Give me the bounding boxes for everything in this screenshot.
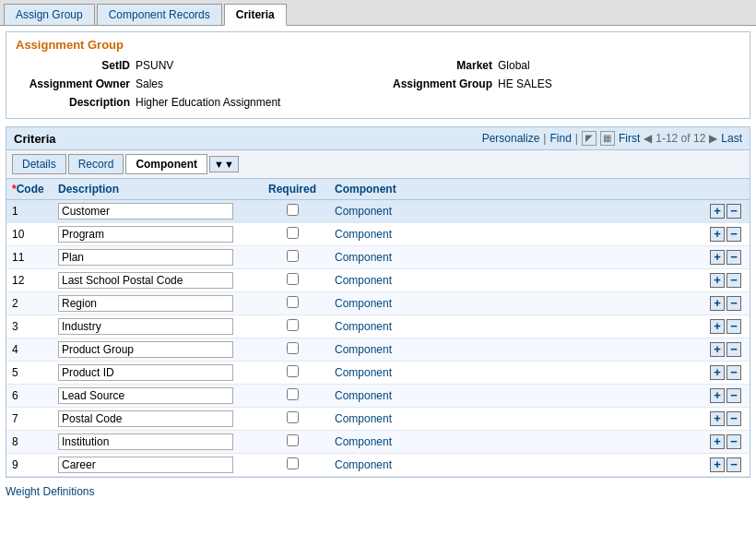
add-row-button[interactable]: + (710, 365, 725, 380)
cell-actions: +− (703, 338, 750, 362)
sub-tab-details[interactable]: Details (12, 154, 66, 174)
table-row: 9Component+− (6, 454, 750, 477)
table-row: 10Component+− (6, 223, 750, 246)
description-input[interactable] (58, 433, 233, 450)
description-input[interactable] (58, 410, 233, 427)
sub-tab-extra-icon[interactable]: ▼▼ (209, 156, 239, 172)
description-input[interactable] (58, 318, 233, 335)
component-link[interactable]: Component (335, 297, 392, 310)
required-checkbox[interactable] (287, 227, 299, 239)
component-link[interactable]: Component (335, 320, 392, 333)
component-link[interactable]: Component (335, 366, 392, 379)
view-icon-1[interactable]: ◤ (582, 131, 597, 146)
component-link[interactable]: Component (335, 343, 392, 356)
component-link[interactable]: Component (335, 251, 392, 264)
required-checkbox[interactable] (287, 365, 299, 377)
description-input[interactable] (58, 457, 233, 473)
sub-tab-component[interactable]: Component (125, 154, 207, 174)
component-link[interactable]: Component (335, 274, 392, 287)
personalize-link[interactable]: Personalize (482, 132, 540, 145)
component-link[interactable]: Component (335, 205, 392, 218)
nav-prev-icon[interactable]: ◀ (644, 132, 652, 145)
criteria-table: *Code Description Required Component 1Co… (6, 179, 750, 477)
required-checkbox[interactable] (287, 296, 299, 308)
tab-criteria[interactable]: Criteria (224, 4, 287, 26)
add-row-button[interactable]: + (710, 204, 725, 219)
delete-row-button[interactable]: − (726, 365, 741, 380)
required-checkbox[interactable] (287, 319, 299, 331)
description-input[interactable] (58, 364, 233, 381)
first-label[interactable]: First (619, 132, 640, 145)
cell-actions: +− (703, 362, 750, 385)
add-row-button[interactable]: + (710, 434, 725, 449)
component-link[interactable]: Component (335, 389, 392, 402)
setid-value: PSUNV (136, 59, 173, 72)
cell-code: 1 (6, 200, 53, 223)
cell-component: Component (329, 454, 703, 477)
add-row-button[interactable]: + (710, 319, 725, 334)
cell-required (255, 315, 329, 338)
required-checkbox[interactable] (287, 457, 299, 469)
find-link[interactable]: Find (549, 132, 571, 145)
cell-required (255, 246, 329, 269)
delete-row-button[interactable]: − (726, 227, 741, 242)
delete-row-button[interactable]: − (726, 434, 741, 449)
delete-row-button[interactable]: − (726, 250, 741, 265)
add-row-button[interactable]: + (710, 411, 725, 426)
add-row-button[interactable]: + (710, 388, 725, 403)
top-tabs-bar: Assign Group Component Records Criteria (0, 0, 756, 26)
required-checkbox[interactable] (287, 434, 299, 446)
required-checkbox[interactable] (287, 411, 299, 423)
component-link[interactable]: Component (335, 228, 392, 241)
delete-row-button[interactable]: − (726, 273, 741, 288)
delete-row-button[interactable]: − (726, 388, 741, 403)
delete-row-button[interactable]: − (726, 204, 741, 219)
description-input[interactable] (58, 203, 233, 220)
last-label[interactable]: Last (721, 132, 742, 145)
add-row-button[interactable]: + (710, 273, 725, 288)
required-checkbox[interactable] (287, 250, 299, 262)
add-row-button[interactable]: + (710, 250, 725, 265)
description-input[interactable] (58, 226, 233, 243)
view-icon-2[interactable]: ▦ (600, 131, 615, 146)
delete-row-button[interactable]: − (726, 319, 741, 334)
cell-required (255, 200, 329, 223)
tab-assign-group[interactable]: Assign Group (4, 4, 95, 25)
component-link[interactable]: Component (335, 458, 392, 471)
delete-row-button[interactable]: − (726, 342, 741, 357)
owner-label: Assignment Owner (16, 77, 136, 90)
description-input[interactable] (58, 272, 233, 289)
description-input[interactable] (58, 341, 233, 358)
component-link[interactable]: Component (335, 412, 392, 425)
table-row: 4Component+− (6, 338, 750, 362)
group-value: HE SALES (498, 77, 552, 90)
description-input[interactable] (58, 249, 233, 266)
required-checkbox[interactable] (287, 273, 299, 285)
add-row-button[interactable]: + (710, 227, 725, 242)
cell-code: 10 (6, 223, 53, 246)
cell-component: Component (329, 269, 703, 292)
tab-component-records[interactable]: Component Records (97, 4, 222, 25)
required-checkbox[interactable] (287, 388, 299, 400)
add-row-button[interactable]: + (710, 457, 725, 472)
component-link[interactable]: Component (335, 435, 392, 448)
cell-component: Component (329, 362, 703, 385)
description-input[interactable] (58, 387, 233, 404)
delete-row-button[interactable]: − (726, 411, 741, 426)
required-checkbox[interactable] (287, 342, 299, 354)
description-input[interactable] (58, 295, 233, 312)
nav-next-icon[interactable]: ▶ (709, 132, 717, 145)
delete-row-button[interactable]: − (726, 296, 741, 311)
cell-actions: +− (703, 223, 750, 246)
delete-row-button[interactable]: − (726, 457, 741, 472)
weight-definitions-link[interactable]: Weight Definitions (6, 485, 95, 498)
required-checkbox[interactable] (287, 204, 299, 216)
cell-component: Component (329, 292, 703, 315)
add-row-button[interactable]: + (710, 342, 725, 357)
add-row-button[interactable]: + (710, 296, 725, 311)
cell-required (255, 269, 329, 292)
sub-tab-record[interactable]: Record (68, 154, 124, 174)
col-required: Required (255, 179, 329, 200)
cell-description (53, 246, 255, 269)
cell-code: 3 (6, 315, 53, 338)
